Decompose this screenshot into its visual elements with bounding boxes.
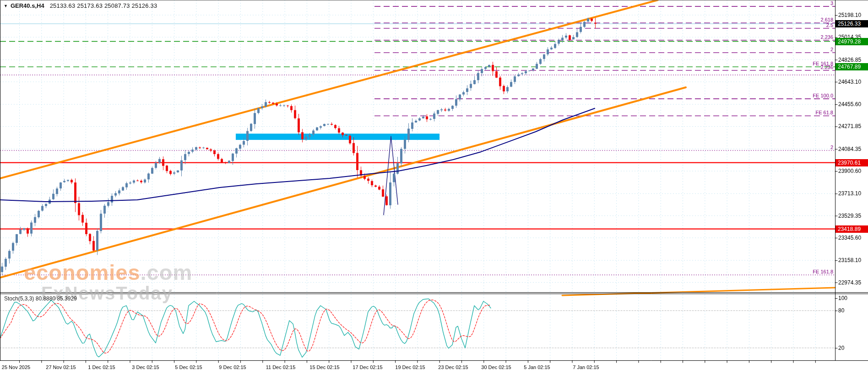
fib-level-label: 2 <box>778 145 833 150</box>
fib-level-label: 2.5 <box>778 22 833 28</box>
ohlc-readout: 25133.63 25173.63 25087.73 25126.33 <box>50 2 157 9</box>
date-axis-label: 30 Dec 02:15 <box>481 364 511 370</box>
date-axis-label: 19 Dec 02:15 <box>395 364 425 370</box>
chart-title: ▼ GER40.s,H4 25133.63 25173.63 25087.73 … <box>4 2 157 9</box>
date-axis-label: 27 Nov 02:15 <box>46 364 76 370</box>
stoch-scale-label: 20 <box>838 345 844 351</box>
price-tick-label: 23158.10 <box>838 257 861 263</box>
stoch-scale-label: 100 <box>838 295 847 301</box>
stochastic-indicator-label: Stoch(5,3,3) 80.8880 85.3929 <box>4 295 77 302</box>
symbol-period-label: GER40.s,H4 <box>11 2 44 9</box>
fib-level-label: 2 <box>778 47 833 52</box>
fib-level-label: 3 <box>778 0 833 6</box>
price-level-box: 23418.89 <box>835 225 868 233</box>
price-tick-label: 24084.35 <box>838 146 861 152</box>
fib-level-label: FE 61.8 <box>778 110 833 115</box>
date-axis-label: 23 Dec 02:15 <box>438 364 468 370</box>
date-axis-label: 5 Jan 02:15 <box>524 364 550 370</box>
date-axis-label: 25 Nov 2025 <box>2 364 30 370</box>
fib-level-label: 2.618 <box>778 17 833 22</box>
price-tick-label: 23900.60 <box>838 168 861 174</box>
stoch-scale-label: 80 <box>838 307 844 314</box>
price-level-box: 24979.28 <box>835 38 868 45</box>
date-axis-label: 17 Dec 02:15 <box>353 364 382 370</box>
price-tick-label: 24826.85 <box>838 57 861 63</box>
price-tick-label: 24455.60 <box>838 101 861 107</box>
price-level-box: 25126.33 <box>835 20 868 27</box>
price-level-box: 23970.61 <box>835 159 868 166</box>
price-level-box: 24767.89 <box>835 63 868 70</box>
price-tick-label: 23529.35 <box>838 213 861 219</box>
price-tick-label: 25198.10 <box>838 12 861 18</box>
chart-canvas[interactable] <box>0 0 868 375</box>
date-axis-label: 1 Dec 02:15 <box>88 364 115 370</box>
fib-level-label: FE 100.0 <box>778 93 833 98</box>
trading-chart-window: ▼ GER40.s,H4 25133.63 25173.63 25087.73 … <box>0 0 868 375</box>
price-tick-label: 24271.85 <box>838 123 861 129</box>
fib-level-label: 2.236 <box>778 34 833 40</box>
price-tick-label: 23713.10 <box>838 190 861 197</box>
date-axis-label: 11 Dec 02:15 <box>266 364 296 370</box>
date-axis-label: 9 Dec 02:15 <box>219 364 246 370</box>
date-axis-label: 5 Dec 02:15 <box>175 364 202 370</box>
symbol-dropdown-icon[interactable]: ▼ <box>4 4 8 8</box>
price-tick-label: 23345.60 <box>838 235 861 241</box>
date-axis-label: 15 Dec 02:15 <box>309 364 339 370</box>
price-tick-label: 22974.35 <box>838 279 861 286</box>
price-tick-label: 24643.10 <box>838 79 861 85</box>
date-axis-label: 3 Dec 02:15 <box>132 364 159 370</box>
fib-level-label: 2.236 <box>778 64 833 70</box>
fib-level-label: FE 161.8 <box>778 269 833 274</box>
date-axis-label: 7 Jan 02:15 <box>573 364 599 370</box>
